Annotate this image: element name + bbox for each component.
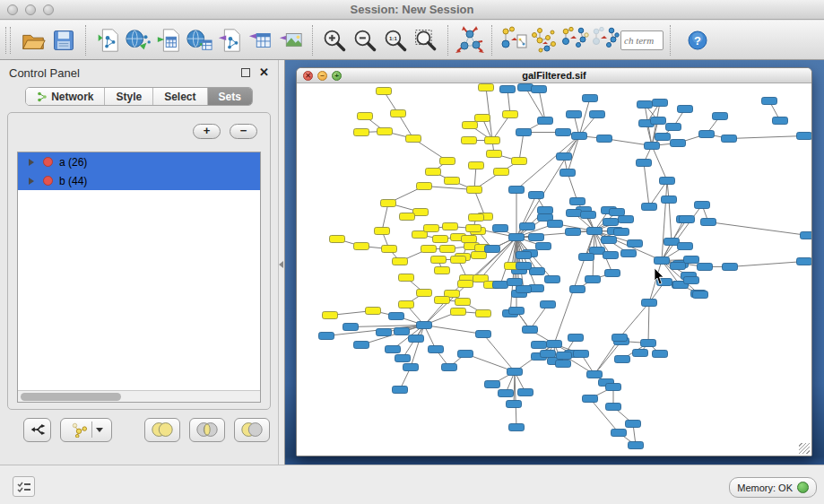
- export-table-button[interactable]: [245, 25, 275, 56]
- split-set-button[interactable]: [23, 418, 51, 442]
- graph-edge[interactable]: [662, 181, 667, 261]
- graph-node-blue[interactable]: [319, 333, 334, 340]
- graph-node-blue[interactable]: [602, 237, 617, 244]
- import-network-file-button[interactable]: [92, 25, 123, 56]
- network-close-button[interactable]: ✕: [303, 71, 313, 81]
- graph-node-yellow[interactable]: [435, 267, 450, 274]
- graph-node-blue[interactable]: [509, 308, 525, 315]
- difference-button[interactable]: [234, 418, 270, 442]
- graph-node-blue[interactable]: [476, 331, 491, 338]
- graph-node-yellow[interactable]: [445, 178, 460, 185]
- graph-node-blue[interactable]: [570, 286, 585, 293]
- graph-node-yellow[interactable]: [469, 214, 484, 222]
- graph-node-blue[interactable]: [458, 351, 473, 358]
- network-window-titlebar[interactable]: ✕ − + galFiltered.sif: [297, 68, 811, 83]
- graph-node-yellow[interactable]: [323, 312, 338, 319]
- graph-node-blue[interactable]: [684, 256, 699, 264]
- graph-node-yellow[interactable]: [391, 110, 406, 117]
- graph-node-yellow[interactable]: [467, 187, 482, 194]
- expand-triangle-icon[interactable]: [29, 159, 34, 166]
- graph-node-blue[interactable]: [532, 342, 547, 349]
- graph-node-blue[interactable]: [556, 129, 571, 136]
- scrollbar-thumb[interactable]: [21, 393, 121, 401]
- graph-node-blue[interactable]: [671, 263, 686, 270]
- graph-node-blue[interactable]: [499, 390, 514, 397]
- graph-node-yellow[interactable]: [435, 297, 450, 304]
- graph-node-yellow[interactable]: [433, 236, 448, 243]
- graph-node-blue[interactable]: [797, 133, 812, 140]
- graph-edge[interactable]: [662, 205, 702, 261]
- graph-node-blue[interactable]: [556, 361, 571, 368]
- add-set-button[interactable]: +: [193, 124, 221, 139]
- graph-node-blue[interactable]: [538, 207, 553, 214]
- graph-node-yellow[interactable]: [426, 169, 441, 176]
- clone-network-button[interactable]: [529, 25, 559, 56]
- graph-node-blue[interactable]: [509, 187, 525, 194]
- graph-node-yellow[interactable]: [400, 213, 415, 221]
- graph-node-blue[interactable]: [653, 100, 668, 107]
- graph-node-blue[interactable]: [638, 101, 653, 109]
- create-set-from-network-button[interactable]: [60, 418, 112, 442]
- graph-node-blue[interactable]: [590, 111, 605, 118]
- graph-node-blue[interactable]: [520, 223, 535, 230]
- graph-node-blue[interactable]: [637, 160, 652, 167]
- graph-node-blue[interactable]: [545, 276, 560, 283]
- graph-node-yellow[interactable]: [462, 236, 477, 243]
- tab-network[interactable]: Network: [26, 88, 105, 105]
- graph-node-blue[interactable]: [532, 86, 547, 93]
- graph-node-yellow[interactable]: [451, 308, 466, 316]
- graph-edge[interactable]: [382, 204, 388, 231]
- import-table-file-button[interactable]: [153, 25, 184, 56]
- export-image-button[interactable]: [275, 25, 306, 56]
- graph-node-blue[interactable]: [653, 351, 668, 358]
- network-canvas[interactable]: [297, 83, 811, 456]
- graph-node-blue[interactable]: [678, 106, 693, 113]
- graph-node-blue[interactable]: [507, 369, 523, 376]
- graph-node-blue[interactable]: [557, 153, 572, 161]
- memory-status-button[interactable]: Memory: OK: [729, 477, 817, 498]
- tab-sets[interactable]: Sets: [208, 88, 252, 105]
- graph-node-blue[interactable]: [587, 228, 603, 235]
- expand-triangle-icon[interactable]: [29, 178, 34, 185]
- graph-node-yellow[interactable]: [487, 151, 502, 158]
- graph-node-blue[interactable]: [536, 243, 551, 250]
- graph-node-blue[interactable]: [541, 301, 556, 308]
- graph-node-yellow[interactable]: [375, 228, 390, 235]
- graph-node-blue[interactable]: [518, 389, 533, 396]
- graph-node-blue[interactable]: [409, 335, 424, 343]
- graph-edge[interactable]: [648, 303, 649, 343]
- graph-node-blue[interactable]: [509, 234, 525, 241]
- graph-node-yellow[interactable]: [358, 113, 373, 120]
- panel-splitter[interactable]: [278, 60, 285, 465]
- graph-node-blue[interactable]: [343, 324, 359, 331]
- task-history-button[interactable]: [13, 476, 35, 497]
- graph-node-blue[interactable]: [660, 178, 675, 185]
- graph-node-blue[interactable]: [698, 264, 713, 271]
- graph-node-blue[interactable]: [568, 335, 584, 342]
- graph-node-yellow[interactable]: [421, 246, 437, 253]
- zoom-in-button[interactable]: [319, 25, 350, 56]
- graph-node-yellow[interactable]: [485, 137, 500, 144]
- graph-edge[interactable]: [510, 238, 516, 314]
- union-button[interactable]: [144, 418, 180, 442]
- network-view-window[interactable]: ✕ − + galFiltered.sif: [296, 67, 812, 456]
- graph-node-blue[interactable]: [395, 355, 411, 362]
- graph-node-blue[interactable]: [606, 404, 621, 411]
- graph-node-blue[interactable]: [516, 263, 532, 270]
- graph-node-blue[interactable]: [518, 84, 533, 91]
- graph-node-blue[interactable]: [597, 135, 612, 143]
- set-row[interactable]: a (26): [18, 152, 260, 171]
- graph-node-yellow[interactable]: [381, 200, 396, 207]
- graph-node-blue[interactable]: [507, 279, 523, 286]
- graph-edge[interactable]: [652, 146, 667, 181]
- graph-node-yellow[interactable]: [393, 258, 408, 265]
- zoom-actual-size-button[interactable]: 1:1: [380, 25, 411, 56]
- graph-node-yellow[interactable]: [417, 290, 432, 297]
- window-resize-grip[interactable]: [799, 443, 810, 454]
- splitter-collapse-button[interactable]: [279, 261, 283, 268]
- graph-node-blue[interactable]: [500, 86, 516, 93]
- graph-node-blue[interactable]: [523, 326, 538, 334]
- tab-select[interactable]: Select: [153, 88, 207, 105]
- graph-node-blue[interactable]: [386, 346, 401, 353]
- graph-node-yellow[interactable]: [451, 256, 466, 264]
